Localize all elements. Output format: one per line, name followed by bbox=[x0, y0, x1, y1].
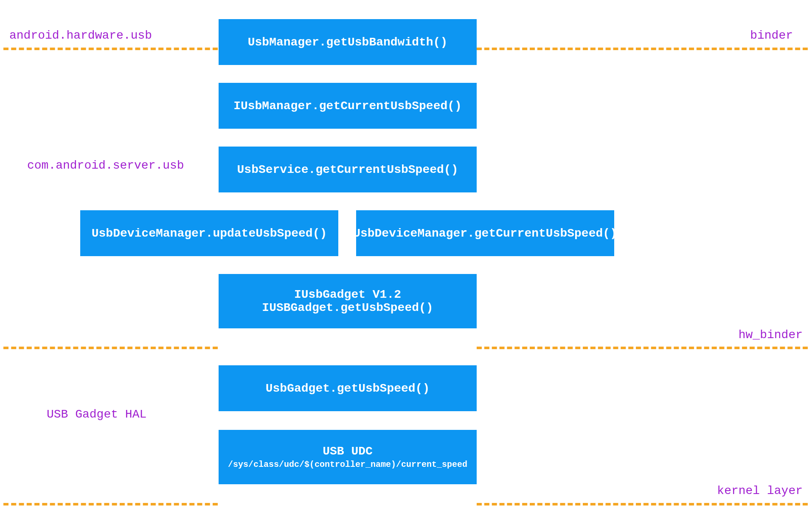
label-com-android-server-usb: com.android.server.usb bbox=[27, 159, 184, 172]
text-usbservice: UsbService.getCurrentUsbSpeed() bbox=[237, 163, 458, 176]
label-kernel-layer: kernel layer bbox=[717, 484, 803, 497]
box-usbdevicemanager-update: UsbDeviceManager.updateUsbSpeed() bbox=[80, 210, 338, 256]
text-usbgadget: UsbGadget.getUsbSpeed() bbox=[266, 382, 430, 395]
box-usbudc: USB UDC /sys/class/udc/$(controller_name… bbox=[219, 430, 477, 484]
label-android-hardware-usb: android.hardware.usb bbox=[9, 29, 152, 42]
text-usbudc-title: USB UDC bbox=[323, 445, 373, 458]
text-usbdevicemanager-update: UsbDeviceManager.updateUsbSpeed() bbox=[92, 227, 327, 240]
label-binder: binder bbox=[750, 29, 793, 42]
dashed-line-kernel-left bbox=[3, 503, 218, 505]
dashed-line-kernel-right bbox=[477, 503, 808, 505]
text-usbmanager: UsbManager.getUsbBandwidth() bbox=[248, 36, 447, 49]
box-iusbgadget: IUsbGadget V1.2 IUSBGadget.getUsbSpeed() bbox=[219, 274, 477, 328]
box-iusbmanager: IUsbManager.getCurrentUsbSpeed() bbox=[219, 83, 477, 129]
label-hw-binder: hw_binder bbox=[739, 328, 803, 342]
dashed-line-binder-right bbox=[477, 48, 808, 50]
text-iusbmanager: IUsbManager.getCurrentUsbSpeed() bbox=[233, 99, 462, 113]
box-usbgadget: UsbGadget.getUsbSpeed() bbox=[219, 365, 477, 411]
text-usbdevicemanager-get: UsbDeviceManager.getCurrentUsbSpeed() bbox=[353, 227, 617, 240]
box-usbmanager: UsbManager.getUsbBandwidth() bbox=[219, 19, 477, 65]
dashed-line-binder-left bbox=[3, 48, 218, 50]
box-usbservice: UsbService.getCurrentUsbSpeed() bbox=[219, 147, 477, 192]
text-iusbgadget-method: IUSBGadget.getUsbSpeed() bbox=[262, 301, 433, 314]
label-usb-gadget-hal: USB Gadget HAL bbox=[47, 408, 146, 421]
dashed-line-hwbinder-left bbox=[3, 347, 218, 349]
dashed-line-hwbinder-right bbox=[477, 347, 808, 349]
box-usbdevicemanager-get: UsbDeviceManager.getCurrentUsbSpeed() bbox=[356, 210, 614, 256]
text-usbudc-path: /sys/class/udc/$(controller_name)/curren… bbox=[228, 460, 467, 469]
text-iusbgadget-title: IUsbGadget V1.2 bbox=[294, 288, 401, 301]
